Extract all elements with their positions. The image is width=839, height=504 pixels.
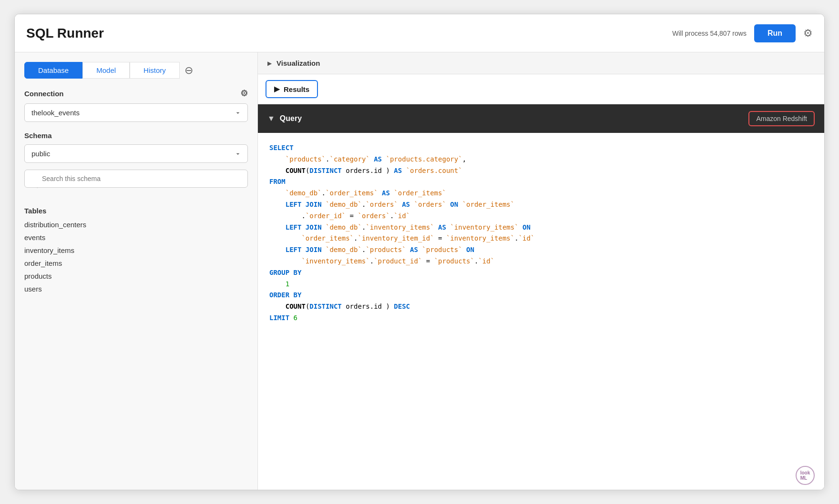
- results-label: Results: [284, 85, 309, 93]
- list-item[interactable]: distribution_centers: [24, 220, 248, 230]
- results-section: ▶ Results: [258, 74, 824, 104]
- table-list: distribution_centers events inventory_it…: [24, 220, 248, 294]
- sql-code: SELECT `products`.`category` AS `product…: [269, 142, 813, 324]
- tab-row: Database Model History ⊖: [24, 62, 248, 79]
- lookml-watermark: lookML: [258, 461, 824, 490]
- schema-label: Schema: [24, 131, 248, 140]
- visualization-section: ▶ Visualization: [258, 52, 824, 74]
- results-button[interactable]: ▶ Results: [266, 80, 318, 98]
- tab-history[interactable]: History: [130, 62, 180, 79]
- results-chevron-icon: ▶: [274, 85, 280, 93]
- query-header: ▼ Query Amazon Redshift: [258, 104, 824, 133]
- connection-gear-icon[interactable]: ⚙: [240, 88, 248, 99]
- main-content: Database Model History ⊖ Connection ⚙ th…: [15, 52, 824, 490]
- tables-label: Tables: [24, 207, 248, 215]
- list-item[interactable]: users: [24, 284, 248, 294]
- schema-select[interactable]: public: [24, 144, 248, 163]
- dialect-badge: Amazon Redshift: [748, 111, 815, 126]
- connection-select[interactable]: thelook_events: [24, 103, 248, 122]
- visualization-header[interactable]: ▶ Visualization: [258, 52, 824, 74]
- sql-editor[interactable]: SELECT `products`.`category` AS `product…: [258, 133, 824, 461]
- collapse-sidebar-button[interactable]: ⊖: [184, 65, 193, 76]
- right-panel: ▶ Visualization ▶ Results ▼ Q: [258, 52, 824, 490]
- main-window: SQL Runner Will process 54,807 rows Run …: [14, 14, 825, 490]
- visualization-label: Visualization: [276, 59, 320, 67]
- app-title: SQL Runner: [26, 26, 104, 41]
- settings-icon[interactable]: ⚙: [803, 27, 813, 40]
- query-chevron-icon: ▼: [267, 114, 275, 123]
- app-header: SQL Runner Will process 54,807 rows Run …: [15, 14, 824, 52]
- lookml-logo: lookML: [796, 466, 815, 485]
- schema-search-input[interactable]: [24, 170, 248, 188]
- query-section: ▼ Query Amazon Redshift SELECT `products…: [258, 104, 824, 490]
- search-wrapper: 🔍: [24, 170, 248, 197]
- header-right: Will process 54,807 rows Run ⚙: [672, 24, 813, 42]
- process-text: Will process 54,807 rows: [672, 30, 747, 37]
- list-item[interactable]: products: [24, 271, 248, 281]
- run-button[interactable]: Run: [754, 24, 796, 42]
- list-item[interactable]: inventory_items: [24, 245, 248, 255]
- query-label: Query: [280, 114, 302, 123]
- list-item[interactable]: order_items: [24, 258, 248, 268]
- results-header: ▶ Results: [258, 74, 824, 104]
- sidebar: Database Model History ⊖ Connection ⚙ th…: [15, 52, 258, 490]
- query-header-left: ▼ Query: [267, 114, 302, 123]
- tab-model[interactable]: Model: [82, 62, 130, 79]
- list-item[interactable]: events: [24, 232, 248, 242]
- tab-database[interactable]: Database: [24, 62, 82, 79]
- connection-label: Connection ⚙: [24, 88, 248, 99]
- visualization-chevron-icon: ▶: [267, 60, 272, 67]
